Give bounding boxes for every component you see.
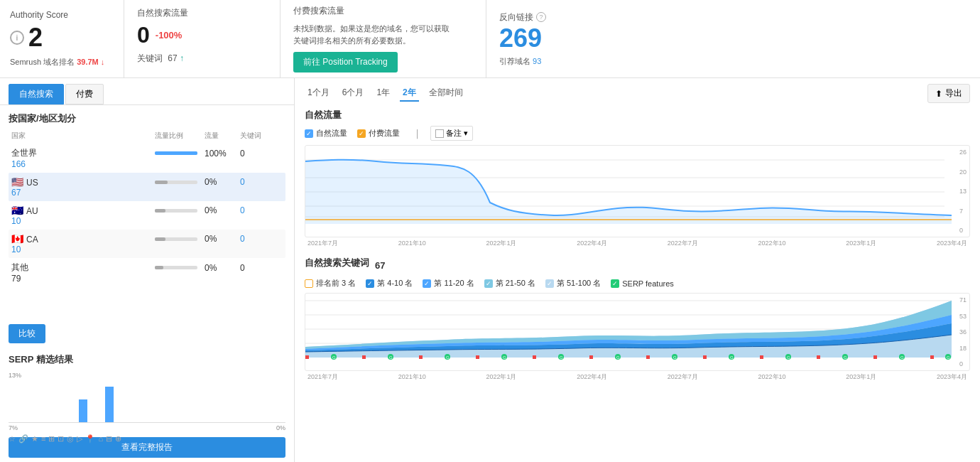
legend-51-100: ✓ 第 51-100 名 (545, 278, 601, 289)
serp-section: SERP 精选结果 13% 7%0% (0, 349, 294, 433)
tab-paid[interactable]: 付费 (65, 84, 104, 104)
serp-icon-image: ⊞ (48, 434, 55, 444)
tab-organic[interactable]: 自然搜索 (9, 84, 64, 104)
svg-text:G: G (332, 355, 336, 360)
position-tracking-button[interactable]: 前往 Position Tracking (293, 52, 398, 72)
time-1year[interactable]: 1年 (374, 85, 393, 102)
event-marker (646, 355, 650, 359)
svg-text:G: G (844, 355, 847, 360)
time-6month[interactable]: 6个月 (339, 85, 367, 102)
traffic-val: 0 (240, 149, 283, 159)
traffic-val[interactable]: 0 (240, 177, 283, 187)
keyword-val[interactable]: 10 (11, 216, 155, 226)
mini-bar-container (155, 181, 197, 184)
table-row: 全世界 100% 0 166 (9, 144, 285, 173)
serp-icons: ☆ 🔗 ★ ≡ ⊞ ⊡ ◎ ▷ 📍 ⌂ ⊟ ⊕ (9, 434, 285, 444)
mini-bar (155, 209, 165, 213)
authority-score-section: Authority Score i 2 Semrush 域名排名 39.7M ↓ (0, 0, 124, 77)
event-marker (533, 355, 536, 359)
mini-bar (155, 151, 197, 155)
country-section: 按国家/地区划分 国家 流量比例 流量 关键词 全世界 100% 0 166 🇺… (0, 105, 294, 318)
rank-value: 39.7M (77, 58, 99, 66)
keyword-chart-section: 自然搜索关键词 67 排名前 3 名 ✓ 第 4-10 名 ✓ 第 11-20 … (305, 257, 970, 383)
keyword-chart-area: G G G G G G G G G (305, 293, 970, 371)
svg-text:G: G (503, 355, 506, 360)
country-section-title: 按国家/地区划分 (9, 112, 285, 125)
organic-chart-svg (305, 146, 970, 224)
keyword-chart-title: 自然搜索关键词 (305, 257, 369, 269)
organic-traffic-pct: -100% (156, 30, 183, 41)
legend-check-51-100: ✓ (545, 279, 554, 288)
svg-text:G: G (389, 355, 393, 360)
svg-text:G: G (787, 355, 790, 360)
organic-chart-area: 26201370 (305, 145, 970, 237)
legend-11-20: ✓ 第 11-20 名 (423, 278, 474, 289)
compare-button[interactable]: 比较 (9, 324, 45, 343)
backlink-label: 反向链接 ? (499, 11, 616, 23)
svg-text:G: G (673, 355, 677, 360)
svg-text:G: G (560, 355, 563, 360)
svg-text:G: G (730, 355, 734, 360)
keyword-val: 166 (11, 159, 155, 169)
legend-top3: 排名前 3 名 (305, 278, 356, 289)
time-controls: 1个月 6个月 1年 2年 全部时间 ⬆ 导出 (305, 84, 970, 103)
keyword-chart-svg: G G G G G G G G G (305, 294, 970, 361)
legend-paid-label: 付费流量 (369, 128, 400, 139)
y-axis-labels: 26201370 (959, 146, 967, 237)
organic-traffic-value: 0 -100% (137, 22, 267, 48)
mini-bar-container (155, 209, 197, 213)
export-button[interactable]: ⬆ 导出 (927, 84, 970, 103)
keyword-val[interactable]: 10 (11, 245, 155, 254)
table-row: 🇨🇦CA 0% 0 10 (9, 230, 285, 258)
paid-traffic-section: 付费搜索流量 未找到数据。如果这是您的域名，您可以获取关键词排名相关的所有必要数… (281, 0, 486, 77)
svg-text:G: G (900, 355, 904, 360)
keyword-legend: 排名前 3 名 ✓ 第 4-10 名 ✓ 第 11-20 名 ✓ 第 21-50… (305, 278, 970, 289)
svg-text:G: G (446, 355, 450, 360)
time-2year[interactable]: 2年 (400, 85, 419, 102)
legend-check-top3 (305, 279, 313, 288)
serp-bar (79, 399, 87, 422)
time-1month[interactable]: 1个月 (305, 85, 332, 102)
country-name: 🇨🇦CA (11, 233, 155, 245)
mini-bar-container (155, 151, 197, 155)
serp-icon-tag: ⊟ (106, 434, 112, 444)
legend-check-paid: ✓ (357, 129, 366, 138)
info-icon: ? (536, 12, 546, 22)
serp-bar (105, 387, 114, 422)
serp-icon-grid: ⊡ (58, 434, 64, 444)
mini-bar (155, 237, 165, 241)
legend-check-serp: ✓ (611, 279, 619, 288)
traffic-pct: 0% (205, 205, 240, 215)
serp-bars (9, 380, 285, 423)
ref-domain-value: 93 (533, 57, 541, 65)
backlink-value: 269 (499, 23, 616, 53)
mini-bar (155, 266, 163, 269)
paid-traffic-text: 未找到数据。如果这是您的域名，您可以获取关键词排名相关的所有必要数据。 (293, 23, 450, 46)
traffic-val[interactable]: 0 (240, 205, 283, 215)
x-axis-labels: 2021年7月2021年102022年1月2022年4月 2022年7月2022… (305, 237, 970, 249)
legend-4-10: ✓ 第 4-10 名 (366, 278, 413, 289)
authority-score-value: i 2 (10, 23, 114, 53)
table-header: 国家 流量比例 流量 关键词 (9, 131, 285, 141)
serp-section-title: SERP 精选结果 (9, 353, 285, 366)
keyword-val: 79 (11, 274, 155, 284)
notes-box (435, 129, 444, 138)
right-panel: 1个月 6个月 1年 2年 全部时间 ⬆ 导出 自然流量 ✓ 自然流量 ✓ (295, 78, 980, 462)
serp-icon-circle: ◎ (67, 434, 74, 444)
legend-organic-label: 自然流量 (316, 128, 347, 139)
keyword-val[interactable]: 67 (11, 188, 155, 198)
legend-check-organic: ✓ (305, 129, 313, 138)
time-all[interactable]: 全部时间 (426, 85, 466, 102)
legend-check-21-50: ✓ (484, 279, 493, 288)
legend-21-50: ✓ 第 21-50 名 (484, 278, 535, 289)
serp-chart: 13% 7%0% ☆ (9, 372, 285, 429)
svg-text:G: G (947, 355, 950, 360)
backlink-section: 反向链接 ? 269 引荐域名 93 (486, 0, 628, 77)
organic-traffic-section: 自然搜索流量 0 -100% 关键词 67 ↑ (124, 0, 281, 77)
traffic-val[interactable]: 0 (240, 234, 283, 244)
ref-domain: 引荐域名 93 (499, 56, 616, 67)
keyword-row: 关键词 67 ↑ (137, 53, 267, 65)
organic-chart-section: 自然流量 ✓ 自然流量 ✓ 付费流量 │ 备注 ▾ (305, 109, 970, 249)
table-row: 🇦🇺AU 0% 0 10 (9, 201, 285, 230)
notes-button[interactable]: 备注 ▾ (430, 126, 473, 141)
